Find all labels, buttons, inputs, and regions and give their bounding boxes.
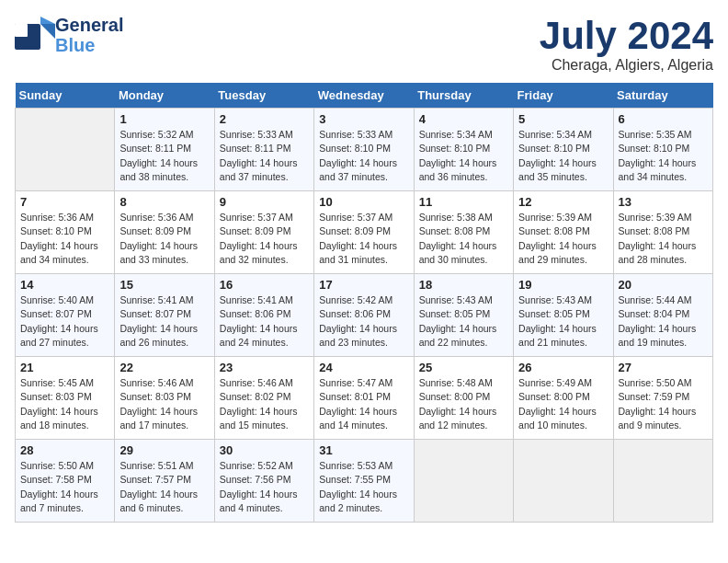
day-info: Sunrise: 5:41 AM Sunset: 8:07 PM Dayligh…: [119, 293, 209, 350]
sunset: Sunset: 7:59 PM: [619, 391, 690, 402]
sunrise: Sunrise: 5:37 AM: [220, 212, 293, 223]
sunset: Sunset: 8:06 PM: [220, 308, 291, 319]
daylight: Daylight: 14 hours and 34 minutes.: [619, 157, 697, 182]
day-number: 14: [20, 278, 109, 292]
calendar-cell: 7 Sunrise: 5:36 AM Sunset: 8:10 PM Dayli…: [16, 191, 115, 274]
sunrise: Sunrise: 5:41 AM: [220, 294, 293, 305]
daylight: Daylight: 14 hours and 30 minutes.: [419, 240, 497, 265]
sunrise: Sunrise: 5:40 AM: [20, 294, 94, 305]
daylight: Daylight: 14 hours and 31 minutes.: [319, 240, 397, 265]
sunset: Sunset: 7:57 PM: [119, 474, 191, 485]
svg-rect-1: [15, 24, 28, 37]
day-number: 17: [319, 278, 408, 292]
weekday-header-sunday: Sunday: [16, 83, 115, 109]
sunrise: Sunrise: 5:50 AM: [619, 377, 692, 388]
day-info: Sunrise: 5:35 AM Sunset: 8:10 PM Dayligh…: [619, 128, 708, 184]
day-number: 31: [319, 443, 408, 457]
daylight: Daylight: 14 hours and 34 minutes.: [20, 240, 98, 265]
day-number: 13: [619, 195, 708, 209]
sunrise: Sunrise: 5:33 AM: [319, 129, 392, 140]
calendar-cell: 15 Sunrise: 5:41 AM Sunset: 8:07 PM Dayl…: [115, 274, 214, 357]
day-info: Sunrise: 5:47 AM Sunset: 8:01 PM Dayligh…: [319, 376, 408, 432]
day-info: Sunrise: 5:49 AM Sunset: 8:00 PM Dayligh…: [518, 376, 608, 432]
svg-marker-2: [40, 17, 55, 24]
day-number: 23: [220, 361, 309, 374]
calendar-cell: 12 Sunrise: 5:39 AM Sunset: 8:08 PM Dayl…: [514, 191, 613, 274]
sunset: Sunset: 8:09 PM: [119, 225, 191, 236]
sunset: Sunset: 8:00 PM: [419, 391, 491, 402]
calendar-cell: 11 Sunrise: 5:38 AM Sunset: 8:08 PM Dayl…: [414, 191, 513, 274]
daylight: Daylight: 14 hours and 35 minutes.: [518, 157, 597, 182]
day-info: Sunrise: 5:50 AM Sunset: 7:58 PM Dayligh…: [20, 459, 109, 515]
day-number: 11: [419, 195, 508, 209]
daylight: Daylight: 14 hours and 28 minutes.: [619, 240, 697, 265]
calendar-cell: 14 Sunrise: 5:40 AM Sunset: 8:07 PM Dayl…: [16, 274, 115, 357]
sunrise: Sunrise: 5:33 AM: [220, 129, 293, 140]
daylight: Daylight: 14 hours and 23 minutes.: [319, 323, 397, 348]
location: Cheraga, Algiers, Algeria: [540, 57, 713, 74]
calendar-cell: 23 Sunrise: 5:46 AM Sunset: 8:02 PM Dayl…: [214, 357, 313, 440]
sunset: Sunset: 8:10 PM: [419, 143, 491, 154]
daylight: Daylight: 14 hours and 9 minutes.: [619, 406, 697, 431]
sunset: Sunset: 8:00 PM: [518, 391, 590, 402]
calendar-week-row: 28 Sunrise: 5:50 AM Sunset: 7:58 PM Dayl…: [16, 440, 713, 523]
daylight: Daylight: 14 hours and 19 minutes.: [619, 323, 697, 348]
calendar-table: SundayMondayTuesdayWednesdayThursdayFrid…: [15, 83, 713, 523]
daylight: Daylight: 14 hours and 37 minutes.: [319, 157, 397, 182]
sunset: Sunset: 8:10 PM: [518, 143, 590, 154]
day-info: Sunrise: 5:48 AM Sunset: 8:00 PM Dayligh…: [419, 376, 508, 432]
calendar-week-row: 1 Sunrise: 5:32 AM Sunset: 8:11 PM Dayli…: [16, 109, 713, 191]
daylight: Daylight: 14 hours and 22 minutes.: [419, 323, 497, 348]
sunrise: Sunrise: 5:45 AM: [20, 377, 94, 388]
sunset: Sunset: 8:10 PM: [619, 143, 690, 154]
sunset: Sunset: 8:08 PM: [419, 225, 491, 236]
weekday-header-tuesday: Tuesday: [214, 83, 313, 109]
sunrise: Sunrise: 5:32 AM: [119, 129, 193, 140]
sunrise: Sunrise: 5:52 AM: [220, 460, 293, 471]
sunrise: Sunrise: 5:39 AM: [619, 212, 692, 223]
weekday-header-monday: Monday: [115, 83, 214, 109]
calendar-week-row: 7 Sunrise: 5:36 AM Sunset: 8:10 PM Dayli…: [16, 191, 713, 274]
daylight: Daylight: 14 hours and 37 minutes.: [220, 157, 298, 182]
calendar-cell: [414, 440, 513, 523]
calendar-cell: 18 Sunrise: 5:43 AM Sunset: 8:05 PM Dayl…: [414, 274, 513, 357]
daylight: Daylight: 14 hours and 21 minutes.: [518, 323, 597, 348]
day-number: 3: [319, 112, 408, 126]
day-info: Sunrise: 5:46 AM Sunset: 8:02 PM Dayligh…: [220, 376, 309, 432]
day-number: 25: [419, 361, 508, 374]
sunrise: Sunrise: 5:34 AM: [518, 129, 592, 140]
day-number: 16: [220, 278, 309, 292]
sunset: Sunset: 8:08 PM: [518, 225, 590, 236]
day-number: 27: [619, 361, 708, 374]
day-info: Sunrise: 5:37 AM Sunset: 8:09 PM Dayligh…: [319, 211, 408, 267]
daylight: Daylight: 14 hours and 18 minutes.: [20, 406, 98, 431]
sunset: Sunset: 7:58 PM: [20, 474, 92, 485]
daylight: Daylight: 14 hours and 14 minutes.: [319, 406, 397, 431]
day-number: 26: [518, 361, 608, 374]
day-info: Sunrise: 5:40 AM Sunset: 8:07 PM Dayligh…: [20, 293, 109, 350]
day-number: 21: [20, 361, 109, 374]
sunset: Sunset: 8:10 PM: [319, 143, 391, 154]
sunset: Sunset: 7:55 PM: [319, 474, 391, 485]
logo: General Blue: [15, 15, 123, 55]
calendar-cell: 28 Sunrise: 5:50 AM Sunset: 7:58 PM Dayl…: [16, 440, 115, 523]
day-number: 15: [119, 278, 209, 292]
daylight: Daylight: 14 hours and 15 minutes.: [220, 406, 298, 431]
sunset: Sunset: 8:11 PM: [220, 143, 291, 154]
day-number: 24: [319, 361, 408, 374]
sunrise: Sunrise: 5:41 AM: [119, 294, 193, 305]
calendar-cell: 17 Sunrise: 5:42 AM Sunset: 8:06 PM Dayl…: [314, 274, 414, 357]
daylight: Daylight: 14 hours and 29 minutes.: [518, 240, 597, 265]
sunset: Sunset: 8:02 PM: [220, 391, 291, 402]
day-info: Sunrise: 5:39 AM Sunset: 8:08 PM Dayligh…: [518, 211, 608, 267]
weekday-header-friday: Friday: [514, 83, 613, 109]
sunset: Sunset: 8:11 PM: [119, 143, 191, 154]
calendar-cell: 1 Sunrise: 5:32 AM Sunset: 8:11 PM Dayli…: [115, 109, 214, 191]
day-number: 12: [518, 195, 608, 209]
sunset: Sunset: 8:08 PM: [619, 225, 690, 236]
daylight: Daylight: 14 hours and 12 minutes.: [419, 406, 497, 431]
calendar-cell: 4 Sunrise: 5:34 AM Sunset: 8:10 PM Dayli…: [414, 109, 513, 191]
calendar-cell: 29 Sunrise: 5:51 AM Sunset: 7:57 PM Dayl…: [115, 440, 214, 523]
daylight: Daylight: 14 hours and 6 minutes.: [119, 488, 198, 513]
sunset: Sunset: 8:07 PM: [119, 308, 191, 319]
